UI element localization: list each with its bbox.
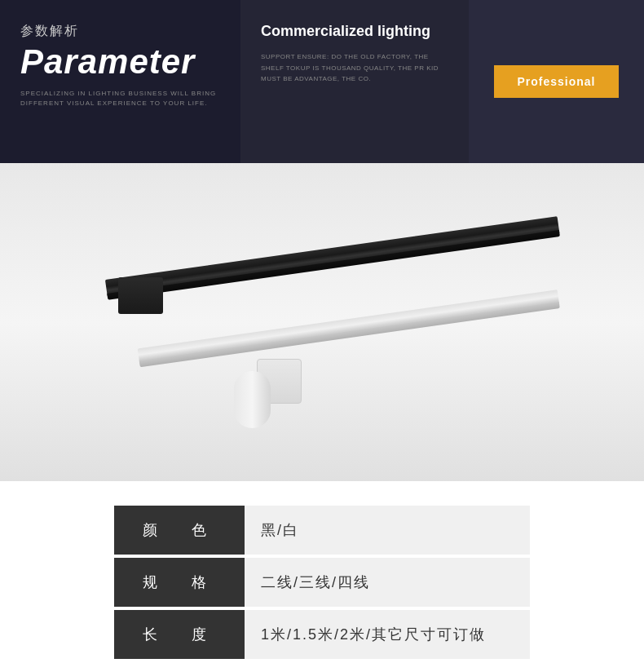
- spec-value-color: 黑/白: [245, 506, 530, 555]
- commercial-desc: SUPPORT ENSURE: DO THE OLD FACTORY, THE …: [261, 51, 448, 85]
- spec-row-spec: 规 格 二线/三线/四线: [114, 558, 530, 607]
- spec-label-length: 长 度: [114, 610, 245, 659]
- product-image-section: [0, 163, 644, 481]
- spec-row-color: 颜 色 黑/白: [114, 506, 530, 555]
- spec-row-length: 长 度 1米/1.5米/2米/其它尺寸可订做: [114, 610, 530, 659]
- param-cn-title: 参数解析: [20, 23, 220, 40]
- track-white-cap: [234, 371, 271, 428]
- header-banner: 参数解析 Parameter SPECIALIZING IN LIGHTING …: [0, 0, 644, 163]
- param-en-title: Parameter: [20, 45, 220, 79]
- track-container: [37, 183, 607, 461]
- header-middle: Commercialized lighting SUPPORT ENSURE: …: [240, 0, 469, 163]
- spec-label-color: 颜 色: [114, 506, 245, 555]
- track-white-rail: [138, 290, 560, 365]
- professional-button[interactable]: Professional: [494, 65, 618, 98]
- header-right: Professional: [469, 0, 644, 163]
- spec-label-spec: 规 格: [114, 558, 245, 607]
- header-left: 参数解析 Parameter SPECIALIZING IN LIGHTING …: [0, 0, 240, 163]
- spec-table-section: 颜 色 黑/白 规 格 二线/三线/四线 长 度 1米/1.5米/2米/其它尺寸…: [0, 481, 644, 663]
- commercial-title: Commercialized lighting: [261, 23, 448, 40]
- spec-value-length: 1米/1.5米/2米/其它尺寸可订做: [245, 610, 530, 659]
- track-black-rail: [105, 216, 560, 298]
- spec-table: 颜 色 黑/白 规 格 二线/三线/四线 长 度 1米/1.5米/2米/其它尺寸…: [114, 506, 530, 659]
- spec-value-spec: 二线/三线/四线: [245, 558, 530, 607]
- param-subtitle: SPECIALIZING IN LIGHTING BUSINESS WILL B…: [20, 89, 220, 108]
- track-black-end: [118, 277, 163, 314]
